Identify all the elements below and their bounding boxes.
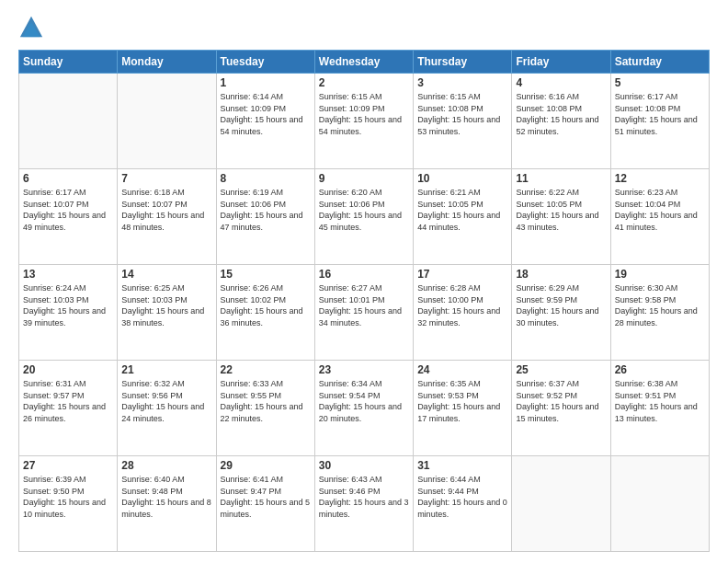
calendar-cell: 10Sunrise: 6:21 AMSunset: 10:05 PMDaylig… bbox=[414, 169, 512, 265]
cell-info: Sunrise: 6:37 AMSunset: 9:52 PMDaylight:… bbox=[516, 378, 606, 424]
cell-info: Sunrise: 6:24 AMSunset: 10:03 PMDaylight… bbox=[23, 282, 113, 328]
page: SundayMondayTuesdayWednesdayThursdayFrid… bbox=[0, 0, 728, 563]
day-number: 16 bbox=[319, 268, 409, 281]
calendar-cell: 21Sunrise: 6:32 AMSunset: 9:56 PMDayligh… bbox=[118, 361, 216, 456]
calendar-cell: 3Sunrise: 6:15 AMSunset: 10:08 PMDayligh… bbox=[414, 74, 512, 169]
calendar-week-row: 20Sunrise: 6:31 AMSunset: 9:57 PMDayligh… bbox=[19, 361, 710, 456]
cell-info: Sunrise: 6:25 AMSunset: 10:03 PMDaylight… bbox=[121, 282, 211, 328]
calendar-cell: 19Sunrise: 6:30 AMSunset: 9:58 PMDayligh… bbox=[610, 265, 709, 361]
cell-info: Sunrise: 6:22 AMSunset: 10:05 PMDaylight… bbox=[516, 187, 606, 233]
cell-info: Sunrise: 6:29 AMSunset: 9:59 PMDaylight:… bbox=[516, 282, 606, 328]
calendar-cell: 13Sunrise: 6:24 AMSunset: 10:03 PMDaylig… bbox=[19, 265, 118, 361]
calendar-week-row: 27Sunrise: 6:39 AMSunset: 9:50 PMDayligh… bbox=[19, 456, 710, 552]
day-number: 6 bbox=[23, 172, 113, 185]
weekday-header-monday: Monday bbox=[118, 51, 216, 74]
calendar-cell: 12Sunrise: 6:23 AMSunset: 10:04 PMDaylig… bbox=[610, 169, 709, 265]
cell-info: Sunrise: 6:20 AMSunset: 10:06 PMDaylight… bbox=[319, 187, 409, 233]
cell-info: Sunrise: 6:16 AMSunset: 10:08 PMDaylight… bbox=[516, 91, 606, 137]
cell-info: Sunrise: 6:33 AMSunset: 9:55 PMDaylight:… bbox=[221, 378, 311, 424]
cell-info: Sunrise: 6:31 AMSunset: 9:57 PMDaylight:… bbox=[23, 378, 113, 424]
cell-info: Sunrise: 6:14 AMSunset: 10:09 PMDaylight… bbox=[221, 91, 311, 137]
calendar-cell: 17Sunrise: 6:28 AMSunset: 10:00 PMDaylig… bbox=[414, 265, 512, 361]
cell-info: Sunrise: 6:17 AMSunset: 10:07 PMDaylight… bbox=[23, 187, 113, 233]
weekday-header-thursday: Thursday bbox=[414, 51, 512, 74]
cell-info: Sunrise: 6:19 AMSunset: 10:06 PMDaylight… bbox=[221, 187, 311, 233]
cell-info: Sunrise: 6:43 AMSunset: 9:46 PMDaylight:… bbox=[319, 474, 409, 520]
day-number: 19 bbox=[615, 268, 705, 281]
day-number: 22 bbox=[221, 363, 311, 376]
day-number: 20 bbox=[23, 363, 113, 376]
calendar-cell: 9Sunrise: 6:20 AMSunset: 10:06 PMDayligh… bbox=[314, 169, 413, 265]
calendar-cell bbox=[118, 74, 216, 169]
calendar-cell: 14Sunrise: 6:25 AMSunset: 10:03 PMDaylig… bbox=[118, 265, 216, 361]
cell-info: Sunrise: 6:28 AMSunset: 10:00 PMDaylight… bbox=[417, 282, 507, 328]
cell-info: Sunrise: 6:27 AMSunset: 10:01 PMDaylight… bbox=[319, 282, 409, 328]
cell-info: Sunrise: 6:35 AMSunset: 9:53 PMDaylight:… bbox=[417, 378, 507, 424]
cell-info: Sunrise: 6:32 AMSunset: 9:56 PMDaylight:… bbox=[121, 378, 211, 424]
day-number: 29 bbox=[221, 459, 311, 472]
day-number: 31 bbox=[417, 459, 507, 472]
cell-info: Sunrise: 6:18 AMSunset: 10:07 PMDaylight… bbox=[121, 187, 211, 233]
calendar-cell: 2Sunrise: 6:15 AMSunset: 10:09 PMDayligh… bbox=[314, 74, 413, 169]
cell-info: Sunrise: 6:26 AMSunset: 10:02 PMDaylight… bbox=[221, 282, 311, 328]
calendar-week-row: 1Sunrise: 6:14 AMSunset: 10:09 PMDayligh… bbox=[19, 74, 710, 169]
day-number: 25 bbox=[516, 363, 606, 376]
calendar-cell bbox=[512, 456, 610, 552]
day-number: 10 bbox=[417, 172, 507, 185]
day-number: 21 bbox=[121, 363, 211, 376]
calendar-week-row: 6Sunrise: 6:17 AMSunset: 10:07 PMDayligh… bbox=[19, 169, 710, 265]
day-number: 15 bbox=[221, 268, 311, 281]
calendar-cell: 15Sunrise: 6:26 AMSunset: 10:02 PMDaylig… bbox=[216, 265, 314, 361]
calendar-cell: 8Sunrise: 6:19 AMSunset: 10:06 PMDayligh… bbox=[216, 169, 314, 265]
calendar-cell bbox=[610, 456, 709, 552]
day-number: 30 bbox=[319, 459, 409, 472]
day-number: 5 bbox=[615, 76, 705, 89]
day-number: 8 bbox=[221, 172, 311, 185]
day-number: 13 bbox=[23, 268, 113, 281]
calendar-cell: 31Sunrise: 6:44 AMSunset: 9:44 PMDayligh… bbox=[414, 456, 512, 552]
weekday-header-saturday: Saturday bbox=[610, 51, 709, 74]
cell-info: Sunrise: 6:30 AMSunset: 9:58 PMDaylight:… bbox=[615, 282, 705, 328]
calendar-cell: 29Sunrise: 6:41 AMSunset: 9:47 PMDayligh… bbox=[216, 456, 314, 552]
calendar-cell: 6Sunrise: 6:17 AMSunset: 10:07 PMDayligh… bbox=[19, 169, 118, 265]
calendar-cell: 25Sunrise: 6:37 AMSunset: 9:52 PMDayligh… bbox=[512, 361, 610, 456]
day-number: 11 bbox=[516, 172, 606, 185]
day-number: 27 bbox=[23, 459, 113, 472]
cell-info: Sunrise: 6:44 AMSunset: 9:44 PMDaylight:… bbox=[417, 474, 507, 520]
day-number: 28 bbox=[121, 459, 211, 472]
calendar-cell: 16Sunrise: 6:27 AMSunset: 10:01 PMDaylig… bbox=[314, 265, 413, 361]
calendar-cell: 11Sunrise: 6:22 AMSunset: 10:05 PMDaylig… bbox=[512, 169, 610, 265]
calendar-cell: 18Sunrise: 6:29 AMSunset: 9:59 PMDayligh… bbox=[512, 265, 610, 361]
generalblue-logo-icon bbox=[18, 15, 44, 40]
calendar-cell: 4Sunrise: 6:16 AMSunset: 10:08 PMDayligh… bbox=[512, 74, 610, 169]
weekday-header-row: SundayMondayTuesdayWednesdayThursdayFrid… bbox=[19, 51, 710, 74]
weekday-header-friday: Friday bbox=[512, 51, 610, 74]
day-number: 1 bbox=[221, 76, 311, 89]
calendar-cell bbox=[19, 74, 118, 169]
day-number: 7 bbox=[121, 172, 211, 185]
calendar-cell: 30Sunrise: 6:43 AMSunset: 9:46 PMDayligh… bbox=[314, 456, 413, 552]
calendar-cell: 28Sunrise: 6:40 AMSunset: 9:48 PMDayligh… bbox=[118, 456, 216, 552]
calendar-cell: 5Sunrise: 6:17 AMSunset: 10:08 PMDayligh… bbox=[610, 74, 709, 169]
weekday-header-wednesday: Wednesday bbox=[314, 51, 413, 74]
cell-info: Sunrise: 6:15 AMSunset: 10:09 PMDaylight… bbox=[319, 91, 409, 137]
weekday-header-tuesday: Tuesday bbox=[216, 51, 314, 74]
calendar-cell: 23Sunrise: 6:34 AMSunset: 9:54 PMDayligh… bbox=[314, 361, 413, 456]
cell-info: Sunrise: 6:17 AMSunset: 10:08 PMDaylight… bbox=[615, 91, 705, 137]
day-number: 17 bbox=[417, 268, 507, 281]
day-number: 14 bbox=[121, 268, 211, 281]
cell-info: Sunrise: 6:40 AMSunset: 9:48 PMDaylight:… bbox=[121, 474, 211, 520]
day-number: 18 bbox=[516, 268, 606, 281]
calendar-cell: 27Sunrise: 6:39 AMSunset: 9:50 PMDayligh… bbox=[19, 456, 118, 552]
calendar-table: SundayMondayTuesdayWednesdayThursdayFrid… bbox=[18, 50, 710, 552]
calendar-cell: 24Sunrise: 6:35 AMSunset: 9:53 PMDayligh… bbox=[414, 361, 512, 456]
cell-info: Sunrise: 6:41 AMSunset: 9:47 PMDaylight:… bbox=[221, 474, 311, 520]
cell-info: Sunrise: 6:23 AMSunset: 10:04 PMDaylight… bbox=[615, 187, 705, 233]
calendar-cell: 7Sunrise: 6:18 AMSunset: 10:07 PMDayligh… bbox=[118, 169, 216, 265]
calendar-cell: 20Sunrise: 6:31 AMSunset: 9:57 PMDayligh… bbox=[19, 361, 118, 456]
cell-info: Sunrise: 6:39 AMSunset: 9:50 PMDaylight:… bbox=[23, 474, 113, 520]
cell-info: Sunrise: 6:15 AMSunset: 10:08 PMDaylight… bbox=[417, 91, 507, 137]
calendar-cell: 26Sunrise: 6:38 AMSunset: 9:51 PMDayligh… bbox=[610, 361, 709, 456]
day-number: 24 bbox=[417, 363, 507, 376]
logo bbox=[18, 15, 48, 40]
